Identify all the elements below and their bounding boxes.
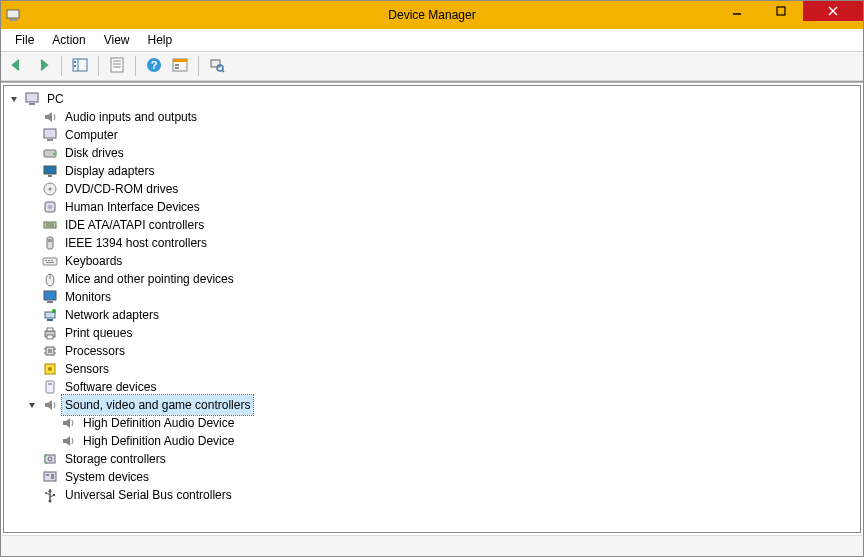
no-arrow bbox=[26, 111, 38, 123]
tree-item[interactable]: Human Interface Devices bbox=[4, 198, 860, 216]
tree-item[interactable]: Network adapters bbox=[4, 306, 860, 324]
software-icon bbox=[42, 379, 58, 395]
tree-item[interactable]: Mice and other pointing devices bbox=[4, 270, 860, 288]
mouse-icon bbox=[42, 271, 58, 287]
tree-item[interactable]: System devices bbox=[4, 468, 860, 486]
tree-item[interactable]: Processors bbox=[4, 342, 860, 360]
tree-item-label: Disk drives bbox=[62, 143, 127, 163]
svg-rect-23 bbox=[26, 93, 38, 102]
no-arrow bbox=[26, 345, 38, 357]
tree-item-label: Computer bbox=[62, 125, 121, 145]
tree-item-label: System devices bbox=[62, 467, 152, 487]
toolbar-separator bbox=[98, 56, 99, 76]
tree-item-label: Mice and other pointing devices bbox=[62, 269, 237, 289]
no-arrow bbox=[26, 201, 38, 213]
tree-item[interactable]: IDE ATA/ATAPI controllers bbox=[4, 216, 860, 234]
properties-button[interactable] bbox=[105, 54, 129, 78]
no-arrow bbox=[26, 273, 38, 285]
tree-item-label: Human Interface Devices bbox=[62, 197, 203, 217]
tree-item[interactable]: Sensors bbox=[4, 360, 860, 378]
no-arrow bbox=[26, 147, 38, 159]
speaker-icon bbox=[42, 397, 58, 413]
tree-item[interactable]: Storage controllers bbox=[4, 450, 860, 468]
menu-view[interactable]: View bbox=[96, 31, 138, 49]
toolbar-separator bbox=[61, 56, 62, 76]
tree-item[interactable]: Audio inputs and outputs bbox=[4, 108, 860, 126]
help-button[interactable]: ? bbox=[142, 54, 166, 78]
tree-item[interactable]: High Definition Audio Device bbox=[4, 432, 860, 450]
tree-item[interactable]: PC bbox=[4, 90, 860, 108]
printer-icon bbox=[42, 325, 58, 341]
app-icon bbox=[5, 7, 21, 23]
no-arrow bbox=[26, 129, 38, 141]
tree-item-label: Keyboards bbox=[62, 251, 125, 271]
minimize-button[interactable] bbox=[715, 1, 759, 21]
statusbar bbox=[1, 535, 863, 556]
hid-icon bbox=[42, 199, 58, 215]
cpu-icon bbox=[42, 343, 58, 359]
toolbar-separator bbox=[135, 56, 136, 76]
svg-rect-40 bbox=[43, 258, 57, 265]
svg-rect-68 bbox=[46, 474, 49, 476]
usb-icon bbox=[42, 487, 58, 503]
collapse-arrow-icon[interactable] bbox=[26, 399, 38, 411]
tree-item-label: Monitors bbox=[62, 287, 114, 307]
menu-action[interactable]: Action bbox=[44, 31, 93, 49]
speaker-icon bbox=[42, 109, 58, 125]
tree-item[interactable]: Print queues bbox=[4, 324, 860, 342]
window-buttons bbox=[715, 1, 863, 21]
nav-back-button[interactable] bbox=[5, 54, 29, 78]
collapse-arrow-icon[interactable] bbox=[8, 93, 20, 105]
storage-icon bbox=[42, 451, 58, 467]
menubar: File Action View Help bbox=[1, 29, 863, 52]
svg-rect-69 bbox=[51, 474, 54, 479]
tree-item[interactable]: Computer bbox=[4, 126, 860, 144]
svg-rect-18 bbox=[175, 64, 179, 66]
tree-item[interactable]: Display adapters bbox=[4, 162, 860, 180]
no-arrow bbox=[44, 417, 56, 429]
svg-rect-41 bbox=[45, 260, 47, 261]
svg-rect-38 bbox=[47, 237, 53, 249]
svg-rect-17 bbox=[173, 59, 187, 62]
tree-item[interactable]: Disk drives bbox=[4, 144, 860, 162]
svg-point-72 bbox=[45, 492, 47, 494]
keyboard-icon bbox=[42, 253, 58, 269]
device-tree[interactable]: PCAudio inputs and outputsComputerDisk d… bbox=[3, 85, 861, 533]
view-button[interactable] bbox=[168, 54, 192, 78]
view-icon bbox=[172, 57, 188, 76]
tree-item[interactable]: Universal Serial Bus controllers bbox=[4, 486, 860, 504]
svg-rect-30 bbox=[48, 175, 52, 177]
tree-item[interactable]: IEEE 1394 host controllers bbox=[4, 234, 860, 252]
toolbar: ? bbox=[1, 52, 863, 81]
menu-file[interactable]: File bbox=[7, 31, 42, 49]
svg-rect-56 bbox=[48, 349, 52, 353]
tree-item[interactable]: Software devices bbox=[4, 378, 860, 396]
no-arrow bbox=[44, 435, 56, 447]
svg-rect-67 bbox=[44, 472, 56, 481]
maximize-button[interactable] bbox=[759, 1, 803, 21]
svg-rect-24 bbox=[29, 103, 35, 105]
svg-rect-50 bbox=[47, 319, 53, 321]
tree-item[interactable]: Keyboards bbox=[4, 252, 860, 270]
properties-icon bbox=[109, 57, 125, 76]
tree-item[interactable]: High Definition Audio Device bbox=[4, 414, 860, 432]
tree-item[interactable]: Monitors bbox=[4, 288, 860, 306]
tree-item-label: High Definition Audio Device bbox=[80, 413, 237, 433]
menu-help[interactable]: Help bbox=[140, 31, 181, 49]
arrow-left-icon bbox=[9, 57, 25, 76]
no-arrow bbox=[26, 255, 38, 267]
tree-item-label: Software devices bbox=[62, 377, 159, 397]
arrow-right-icon bbox=[35, 57, 51, 76]
svg-rect-54 bbox=[47, 335, 53, 339]
show-hide-console-tree-button[interactable] bbox=[68, 54, 92, 78]
nav-forward-button[interactable] bbox=[31, 54, 55, 78]
no-arrow bbox=[26, 489, 38, 501]
tree-item[interactable]: Sound, video and game controllers bbox=[4, 396, 860, 414]
titlebar: Device Manager bbox=[1, 1, 863, 29]
close-button[interactable] bbox=[803, 1, 863, 21]
svg-text:?: ? bbox=[151, 59, 158, 71]
tree-item[interactable]: DVD/CD-ROM drives bbox=[4, 180, 860, 198]
device-manager-window: Device Manager File Action View Help ? P… bbox=[0, 0, 864, 557]
scan-hardware-button[interactable] bbox=[205, 54, 229, 78]
svg-rect-29 bbox=[44, 166, 56, 174]
